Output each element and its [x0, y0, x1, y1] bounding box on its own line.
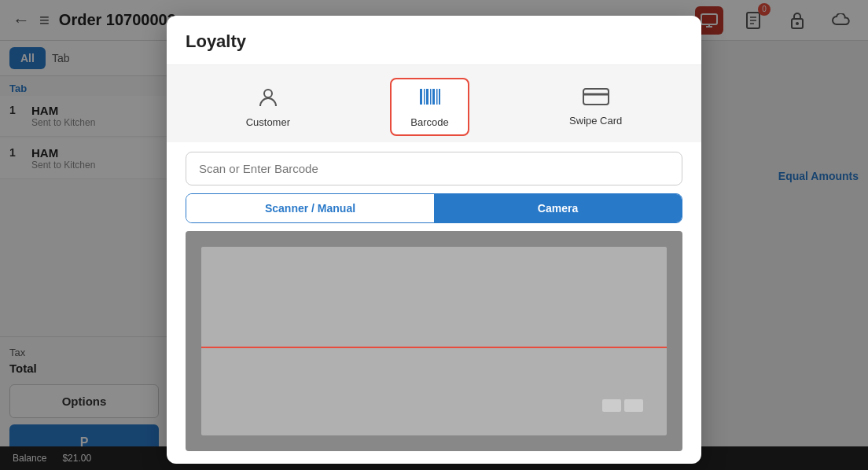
- svg-rect-16: [439, 89, 440, 105]
- svg-rect-13: [430, 89, 432, 105]
- tab-barcode[interactable]: Barcode: [390, 78, 469, 136]
- corner-pieces: [602, 399, 643, 412]
- svg-rect-17: [583, 89, 609, 105]
- swipe-card-icon: [582, 86, 610, 112]
- modal-tabs: Customer B: [167, 65, 701, 142]
- scanner-manual-button[interactable]: Scanner / Manual: [186, 194, 434, 222]
- barcode-icon: [418, 86, 442, 113]
- modal-body: Scanner / Manual Camera Place a barcode …: [167, 142, 701, 464]
- svg-rect-15: [436, 89, 438, 105]
- tab-swipe-card[interactable]: Swipe Card: [549, 78, 642, 136]
- camera-button[interactable]: Camera: [434, 194, 682, 222]
- corner-piece-2: [624, 399, 643, 412]
- loyalty-modal: Loyalty Customer: [167, 16, 701, 464]
- swipe-card-tab-label: Swipe Card: [569, 115, 622, 127]
- camera-viewfinder: [186, 231, 682, 451]
- camera-hint: Place a barcode inside the viewfinder re…: [186, 462, 682, 464]
- scan-line: [201, 347, 667, 348]
- tab-customer[interactable]: Customer: [226, 78, 311, 136]
- svg-rect-12: [426, 89, 428, 105]
- corner-piece-1: [602, 399, 621, 412]
- camera-inner: [201, 247, 667, 435]
- barcode-tab-label: Barcode: [410, 116, 448, 128]
- svg-point-9: [264, 90, 272, 97]
- barcode-input[interactable]: [186, 152, 682, 185]
- svg-rect-11: [424, 89, 425, 105]
- scan-method-buttons: Scanner / Manual Camera: [186, 193, 682, 223]
- pos-background: ← ≡ Order 10700002 0: [0, 0, 868, 470]
- svg-rect-10: [420, 89, 422, 105]
- modal-header: Loyalty: [167, 16, 701, 65]
- modal-title: Loyalty: [186, 31, 246, 51]
- svg-rect-14: [432, 89, 435, 105]
- customer-tab-label: Customer: [246, 116, 290, 128]
- customer-icon: [257, 86, 279, 113]
- modal-overlay[interactable]: Loyalty Customer: [0, 0, 868, 470]
